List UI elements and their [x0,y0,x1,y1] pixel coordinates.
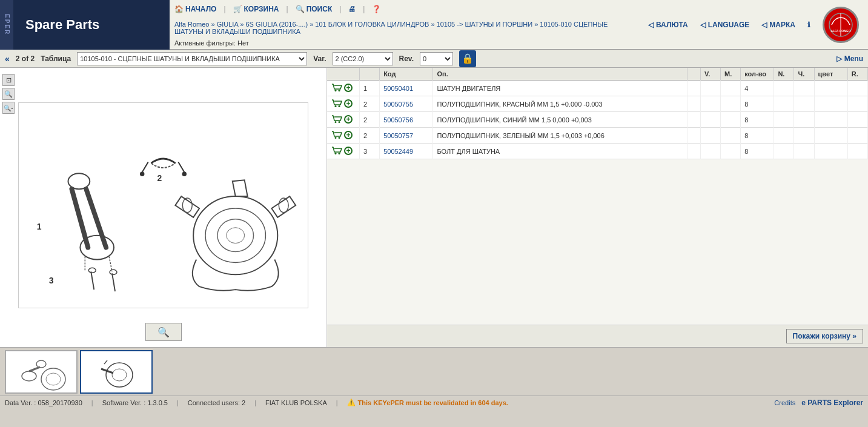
svg-text:3: 3 [49,276,54,285]
add-icon[interactable]: + [344,115,353,124]
credits-label[interactable]: Credits [774,399,795,406]
var-select[interactable]: 2 (CC2.0) [333,52,393,65]
parts-panel: Код Оп. V. M. кол-во N. Ч. цвет R. [327,68,868,347]
add-to-cart-cell[interactable]: + [327,112,360,128]
print-button[interactable]: 🖨 [348,5,356,13]
thumbnails-bar [0,347,868,396]
table-row[interactable]: + 2 50050756 ПОЛУПОДШИПНИК, СИНИЙ ММ 1,5… [327,112,868,128]
part-r [847,81,867,96]
part-ch [794,112,814,128]
svg-text:ALFA ROMEO: ALFA ROMEO [830,29,850,33]
part-desc: ПОЛУПОДШИПНИК, ЗЕЛЕНЫЙ ММ 1,5 +0,003 +0,… [433,128,687,144]
part-ch [794,96,814,112]
part-m [721,112,741,128]
col-header-spacer [687,68,700,81]
brand-area: Spare Parts [13,0,170,50]
part-qty: 8 [741,128,774,144]
part-desc: БОЛТ ДЛЯ ШАТУНА [433,144,687,159]
data-ver: Data Ver. : 058_20170930 [5,399,82,406]
part-qty: 8 [741,144,774,159]
part-code: 50050756 [380,112,433,128]
info-button[interactable]: ℹ [807,21,810,29]
part-m [721,144,741,159]
cart-button[interactable]: 🛒 КОРЗИНА [233,5,279,13]
part-ch [794,128,814,144]
part-code: 50050401 [380,81,433,96]
thumbnail-2[interactable] [80,350,153,394]
add-icon[interactable]: + [344,147,353,155]
home-button[interactable]: 🏠 НАЧАЛО [174,5,216,13]
svg-point-25 [335,90,337,91]
part-qty: 4 [741,81,774,96]
rev-label: Rev. [399,55,414,63]
parts-scroll[interactable]: Код Оп. V. M. кол-во N. Ч. цвет R. [327,68,868,325]
part-qty: 8 [741,96,774,112]
svg-point-28 [339,105,340,107]
add-icon[interactable]: + [344,131,353,139]
help-button[interactable]: ❓ [372,5,381,13]
help-icon: ❓ [372,5,381,13]
add-to-cart-cell[interactable]: + [327,144,360,159]
parts-table: Код Оп. V. M. кол-во N. Ч. цвет R. [327,68,868,159]
table-row[interactable]: + 3 50052449 БОЛТ ДЛЯ ШАТУНА 8 [327,144,868,159]
add-to-cart-cell[interactable]: + [327,81,360,96]
part-v [700,81,720,96]
table-select[interactable]: 10105-010 - СЦЕПНЫЕ ШАТУНЫ И ВКЛАДЫШИ ПО… [77,52,307,65]
cart-icon [331,130,343,139]
col-header-r: R. [847,68,867,81]
svg-point-27 [335,105,337,107]
nav-top: 🏠 НАЧАЛО | 🛒 КОРЗИНА | 🔍 ПОИСК | 🖨 | ❓ [174,2,634,16]
svg-point-31 [335,137,337,139]
part-qty: 8 [741,112,774,128]
currency-button[interactable]: ◁ ВАЛЮТА [648,21,688,29]
table-row[interactable]: + 2 50050757 ПОЛУПОДШИПНИК, ЗЕЛЕНЫЙ ММ 1… [327,128,868,144]
diagram-search-button[interactable]: 🔍 [145,323,182,341]
add-to-cart-cell[interactable]: + [327,96,360,112]
part-r [847,96,867,112]
brand-button[interactable]: ◁ МАРКА [761,21,795,29]
part-r [847,128,867,144]
part-color [814,144,847,159]
active-filters: Активные фильтры: Нет [174,39,634,47]
connected-users: Connected users: 2 [188,399,245,406]
rev-select[interactable]: 0 [420,52,453,65]
svg-point-30 [339,121,340,123]
show-cart-button[interactable]: Покажи корзину » [786,329,863,343]
club-label: FIAT KLUB POLSKA [265,399,327,406]
part-num: 3 [360,144,380,159]
table-row[interactable]: + 2 50050755 ПОЛУПОДШИПНИК, КРАСНЫЙ ММ 1… [327,96,868,112]
table-label: Таблица [41,55,71,63]
status-bar: Data Ver. : 058_20170930 | Software Ver.… [0,396,868,409]
svg-point-14 [182,172,186,176]
add-to-cart-cell[interactable]: + [327,128,360,144]
prev-page-button[interactable]: « [5,54,10,64]
zoom-out-button[interactable]: 🔍- [2,102,15,114]
part-m [721,128,741,144]
svg-point-33 [335,153,337,154]
thumbnail-1[interactable] [5,350,78,394]
add-icon[interactable]: + [344,84,353,92]
svg-text:1: 1 [37,221,42,231]
part-num: 2 [360,128,380,144]
alfa-romeo-logo: ALFA ROMEO [823,7,859,43]
svg-point-26 [339,90,340,91]
table-row[interactable]: + 1 50050401 ШАТУН ДВИГАТЕЛЯ 4 [327,81,868,96]
svg-rect-3 [19,103,308,308]
part-desc: ШАТУН ДВИГАТЕЛЯ [433,81,687,96]
add-icon[interactable]: + [344,99,353,108]
svg-point-13 [141,172,144,176]
part-r [847,112,867,128]
language-button[interactable]: ◁ LANGUAGE [700,21,750,29]
menu-button[interactable]: ▷ Menu [837,55,863,63]
col-header-code: Код [380,68,433,81]
part-n [774,96,794,112]
status-right: Credits e PARTS Explorer [774,399,863,407]
zoom-in-button[interactable]: 🔍 [2,88,15,100]
shield-button[interactable]: 🔒 [459,50,476,67]
main-content: ⊡ 🔍 🔍- 1 2 3 [0,68,868,347]
zoom-fit-button[interactable]: ⊡ [2,74,15,86]
search-button[interactable]: 🔍 ПОИСК [296,5,333,13]
part-n [774,128,794,144]
part-code: 50050757 [380,128,433,144]
cart-icon [331,99,343,108]
